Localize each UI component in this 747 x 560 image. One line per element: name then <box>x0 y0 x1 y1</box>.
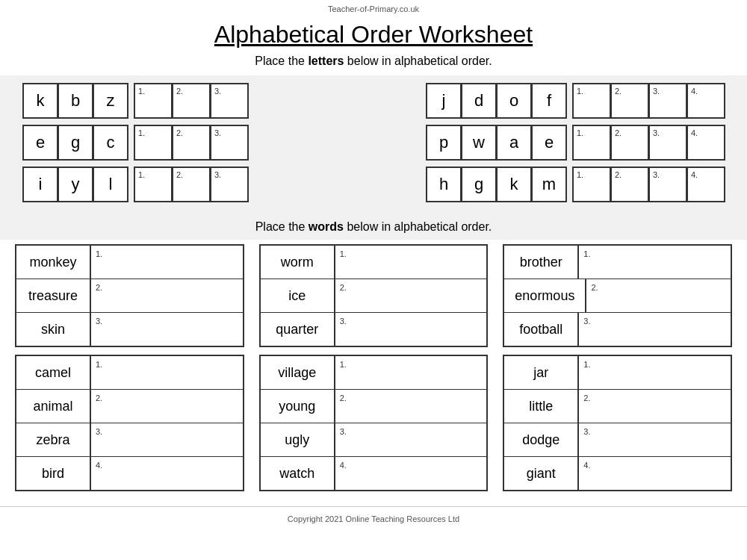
answer-cell[interactable]: 1. <box>335 246 487 279</box>
word-row: ugly 3. <box>261 423 487 457</box>
copyright: Copyright 2021 Online Teaching Resources… <box>0 506 747 528</box>
answer-cell[interactable]: 1. <box>335 356 487 389</box>
answer-box[interactable]: 1. <box>572 167 611 202</box>
answer-cell[interactable]: 1. <box>91 356 243 389</box>
word-group-6: jar 1. little 2. dodge 3. giant 4. <box>503 355 732 491</box>
answer-cell[interactable]: 3. <box>579 313 731 346</box>
word-ice: ice <box>261 279 335 312</box>
letter-group-row2-right: p w a e 1. 2. 3. 4. <box>426 125 725 161</box>
word-dodge: dodge <box>504 423 579 456</box>
word-row: jar 1. <box>504 356 731 390</box>
answer-cell[interactable]: 3. <box>91 313 243 346</box>
word-skin: skin <box>16 313 91 346</box>
word-row: enormous 2. <box>504 279 731 313</box>
word-quarter: quarter <box>261 313 335 346</box>
words-section: monkey 1. treasure 2. skin 3. worm 1. ic… <box>0 240 747 503</box>
answer-box[interactable]: 2. <box>610 83 649 119</box>
answer-cell[interactable]: 2. <box>91 279 243 312</box>
word-row: brother 1. <box>504 246 731 279</box>
answer-cell[interactable]: 3. <box>91 423 243 456</box>
letters-subtitle: Place the letters below in alphabetical … <box>0 52 747 75</box>
letter-group-row1-left: k b z 1. 2. 3. <box>22 83 248 119</box>
word-worm: worm <box>261 246 335 279</box>
letter-j: j <box>426 83 462 119</box>
answer-cell[interactable]: 2. <box>586 279 731 312</box>
word-row: watch 4. <box>261 457 487 490</box>
letter-k: k <box>22 83 58 119</box>
answer-cell[interactable]: 2. <box>335 279 487 312</box>
word-row: quarter 3. <box>261 313 487 346</box>
answer-box[interactable]: 2. <box>172 167 211 202</box>
word-row: animal 2. <box>16 390 243 423</box>
word-monkey: monkey <box>16 246 91 279</box>
word-row: bird 4. <box>16 457 243 490</box>
word-group-3: brother 1. enormous 2. football 3. <box>503 244 732 347</box>
answer-cell[interactable]: 4. <box>91 457 243 490</box>
word-animal: animal <box>16 390 91 423</box>
words-grid-top: monkey 1. treasure 2. skin 3. worm 1. ic… <box>15 244 732 347</box>
answer-box[interactable]: 2. <box>172 125 211 161</box>
letter-h: h <box>426 167 462 202</box>
word-row: giant 4. <box>504 457 731 490</box>
letter-z: z <box>93 83 128 119</box>
word-ugly: ugly <box>261 423 335 456</box>
letter-group-row1-right: j d o f 1. 2. 3. 4. <box>426 83 725 119</box>
answer-box[interactable]: 2. <box>610 125 649 161</box>
answer-box[interactable]: 4. <box>686 167 725 202</box>
answer-cell[interactable]: 3. <box>335 423 487 456</box>
word-group-2: worm 1. ice 2. quarter 3. <box>259 244 489 347</box>
answer-box[interactable]: 3. <box>648 167 687 202</box>
answer-cell[interactable]: 4. <box>335 457 487 490</box>
answer-cell[interactable]: 1. <box>91 246 243 279</box>
answer-box[interactable]: 3. <box>210 83 249 119</box>
answer-cell[interactable]: 3. <box>579 423 731 456</box>
answer-box[interactable]: 3. <box>210 125 249 161</box>
letter-group-row2-left: e g c 1. 2. 3. <box>22 125 248 161</box>
answer-box[interactable]: 3. <box>648 83 687 119</box>
word-row: camel 1. <box>16 356 243 390</box>
answer-cell[interactable]: 3. <box>335 313 487 346</box>
letter-i: i <box>22 167 58 202</box>
letter-g: g <box>58 125 93 161</box>
word-row: football 3. <box>504 313 731 346</box>
letter-group-row3-left: i y l 1. 2. 3. <box>22 167 248 202</box>
answer-box[interactable]: 1. <box>134 125 173 161</box>
letter-f: f <box>531 83 567 119</box>
word-group-1: monkey 1. treasure 2. skin 3. <box>15 244 244 347</box>
answer-box[interactable]: 1. <box>134 167 173 202</box>
answer-box[interactable]: 2. <box>172 83 211 119</box>
answer-cell[interactable]: 2. <box>91 390 243 423</box>
answer-box[interactable]: 4. <box>686 125 725 161</box>
answer-box[interactable]: 3. <box>648 125 687 161</box>
answer-box[interactable]: 1. <box>572 83 611 119</box>
answer-box[interactable]: 1. <box>572 125 611 161</box>
word-bird: bird <box>16 457 91 490</box>
word-football: football <box>504 313 579 346</box>
answer-cell[interactable]: 4. <box>579 457 731 490</box>
letter-e2: e <box>531 125 567 161</box>
letter-l: l <box>93 167 128 202</box>
letter-group-row3-right: h g k m 1. 2. 3. 4. <box>426 167 725 202</box>
page-title: Alphabetical Order Worksheet <box>0 15 747 52</box>
answer-box[interactable]: 2. <box>610 167 649 202</box>
words-grid-bottom: camel 1. animal 2. zebra 3. bird 4. vill… <box>15 355 732 491</box>
word-young: young <box>261 390 335 423</box>
letter-c: c <box>93 125 128 161</box>
answer-cell[interactable]: 2. <box>335 390 487 423</box>
word-watch: watch <box>261 457 335 490</box>
letter-m: m <box>531 167 567 202</box>
word-little: little <box>504 390 579 423</box>
word-row: ice 2. <box>261 279 487 313</box>
answer-box[interactable]: 3. <box>210 167 249 202</box>
letter-p: p <box>426 125 462 161</box>
word-enormous: enormous <box>504 279 586 312</box>
word-row: zebra 3. <box>16 423 243 457</box>
answer-cell[interactable]: 1. <box>579 246 731 279</box>
answer-box[interactable]: 4. <box>686 83 725 119</box>
answer-cell[interactable]: 2. <box>579 390 731 423</box>
answer-cell[interactable]: 1. <box>579 356 731 389</box>
word-group-4: camel 1. animal 2. zebra 3. bird 4. <box>15 355 244 491</box>
word-row: village 1. <box>261 356 487 390</box>
word-giant: giant <box>504 457 579 490</box>
answer-box[interactable]: 1. <box>134 83 173 119</box>
